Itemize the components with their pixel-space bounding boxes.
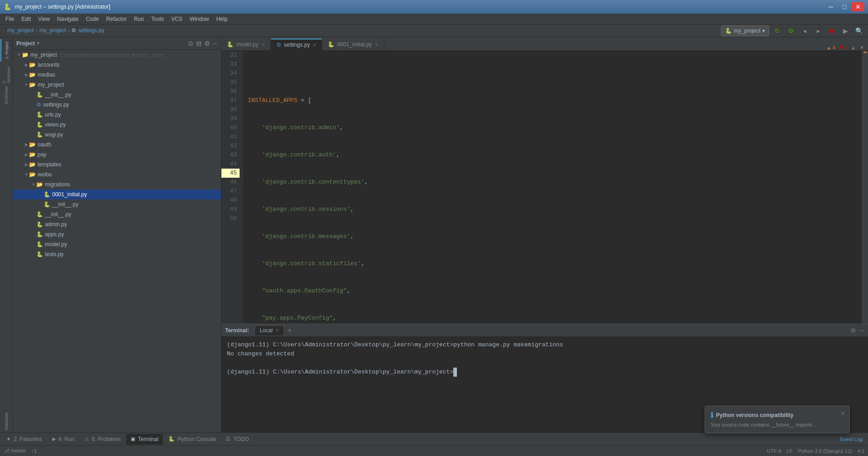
run-button[interactable]: ▶ — [840, 25, 851, 36]
tab-close-model[interactable]: ✕ — [261, 42, 265, 47]
tree-item-oauth[interactable]: ▶ 📂 oauth — [13, 140, 221, 150]
build-button[interactable]: ⚙ — [785, 25, 796, 36]
breadcrumb-dir[interactable]: my_project — [39, 27, 66, 34]
notification-icon: ℹ — [711, 411, 713, 419]
terminal-hide-icon[interactable]: ─ — [860, 327, 864, 334]
code-line-41: "pay.apps.PayConfig", — [248, 314, 862, 323]
breadcrumb-project[interactable]: my_project — [7, 27, 34, 34]
event-log-link[interactable]: Event Log — [840, 437, 863, 442]
tree-item-accounts[interactable]: ▶ 📂 accounts — [13, 60, 221, 70]
collapse-all-icon[interactable]: ⊟ — [196, 40, 201, 47]
terminal-tab-local[interactable]: Local ✕ — [255, 325, 284, 335]
breadcrumb: my_project › my_project › ⚙ settings.py — [4, 24, 721, 37]
tree-item-init2[interactable]: 🐍 __init__.py — [13, 199, 221, 209]
push-icon: ↑1 — [32, 448, 37, 454]
terminal-settings-icon[interactable]: ⚙ — [850, 327, 856, 334]
git-branch: ⎇ master — [4, 448, 26, 454]
sidebar-item-project[interactable]: 1: Project — [0, 39, 12, 62]
sidebar-item-database[interactable]: Database — [0, 410, 12, 432]
code-editor[interactable]: 32 33 34 35 36 37 38 39 40 41 42 43 44 4… — [221, 51, 868, 324]
encoding[interactable]: UTF-8 — [767, 448, 781, 454]
menu-window[interactable]: Window — [186, 15, 213, 23]
bottom-tab-favorites[interactable]: ★ 2: Favorites — [2, 434, 47, 445]
tree-item-init1[interactable]: 🐍 __init__.py — [13, 90, 221, 100]
line-ending[interactable]: LF — [787, 448, 793, 454]
side-icons: 1: Project Z: Structure SCMView Database — [0, 37, 13, 432]
scroll-down-icon[interactable]: ▼ — [859, 45, 864, 50]
project-selector[interactable]: 🐍 my_project ▾ — [721, 25, 769, 36]
close-button[interactable]: ✕ — [852, 2, 864, 11]
scope-icon[interactable]: ⊙ — [188, 40, 193, 47]
stop-button[interactable]: ■ — [826, 25, 837, 36]
bottom-tab-terminal[interactable]: ▣ Terminal — [126, 434, 163, 445]
tab-initial[interactable]: 🐍 0001_initial.py ✕ — [322, 39, 384, 50]
tree-item-pay[interactable]: ▶ 📂 pay — [13, 150, 221, 160]
hide-panel-icon[interactable]: ─ — [213, 40, 217, 47]
terminal-tab-close-icon[interactable]: ✕ — [275, 328, 279, 333]
sidebar-item-scmview[interactable]: SCMView — [0, 84, 12, 107]
tree-item-wsgi[interactable]: 🐍 wsgi.py — [13, 130, 221, 140]
tree-item-weibo[interactable]: ▼ 📂 weibo — [13, 170, 221, 179]
terminal-label: Terminal: — [225, 327, 249, 334]
scroll-up-icon[interactable]: ▲ — [851, 45, 856, 50]
tree-item-views[interactable]: 🐍 views.py — [13, 120, 221, 130]
minimize-button[interactable]: ─ — [824, 2, 837, 11]
editor-tabs: 🐍 model.py ✕ ⚙ settings.py ✕ 🐍 0001_init… — [221, 37, 868, 51]
python-version[interactable]: Python 3.6 (Django1.11) — [798, 448, 852, 454]
tree-item-tests[interactable]: 🐍 tests.py — [13, 249, 221, 259]
tree-item-settings[interactable]: ⚙ settings.py — [13, 100, 221, 110]
project-header: Project ▾ ⊙ ⊟ ⚙ ─ — [13, 37, 221, 50]
code-content: INSTALLED_APPS = [ 'django.contrib.admin… — [243, 51, 862, 324]
code-line-34: 'django.contrib.admin', — [248, 123, 862, 132]
tree-item-medias[interactable]: ▶ 📂 medias — [13, 70, 221, 80]
code-line-32 — [248, 69, 862, 78]
search-button[interactable]: 🔍 — [853, 25, 864, 36]
status-bar: ⎇ master ↑1 UTF-8 LF Python 3.6 (Django1… — [0, 445, 868, 456]
error-count: ✖ 1 — [839, 44, 847, 50]
menu-navigate[interactable]: Navigate — [54, 15, 82, 23]
menu-edit[interactable]: Edit — [18, 15, 34, 23]
menu-tools[interactable]: Tools — [147, 15, 167, 23]
tree-item-my-project-dir[interactable]: ▼ 📂 my_project — [13, 80, 221, 90]
menu-refactor[interactable]: Refactor — [103, 15, 130, 23]
bottom-tab-todo[interactable]: ☰ TODO — [221, 434, 253, 445]
tab-close-initial[interactable]: ✕ — [375, 42, 378, 47]
notification-close-button[interactable]: ✕ — [840, 410, 846, 417]
forward-button[interactable]: ▸ — [813, 25, 824, 36]
maximize-button[interactable]: □ — [838, 2, 851, 11]
tab-model[interactable]: 🐍 model.py ✕ — [221, 39, 271, 50]
tab-close-settings[interactable]: ✕ — [313, 43, 316, 48]
root-label: my_project — [30, 52, 57, 58]
back-button[interactable]: ◂ — [799, 25, 810, 36]
menu-help[interactable]: Help — [213, 15, 231, 23]
cursor-position: 4:1 — [858, 448, 864, 454]
terminal-icon: ▣ — [131, 436, 135, 442]
tree-item-templates[interactable]: ▶ 📂 templates — [13, 160, 221, 170]
main-layout: 1: Project Z: Structure SCMView Database… — [0, 37, 868, 432]
menu-vcs[interactable]: VCS — [167, 15, 186, 23]
menu-view[interactable]: View — [34, 15, 54, 23]
python-console-icon: 🐍 — [168, 436, 175, 442]
tree-item-apps[interactable]: 🐍 apps.py — [13, 229, 221, 239]
tree-item-admin[interactable]: 🐍 admin.py — [13, 219, 221, 229]
menu-run[interactable]: Run — [130, 15, 147, 23]
sidebar-item-structure[interactable]: Z: Structure — [0, 62, 12, 84]
menu-code[interactable]: Code — [82, 15, 103, 23]
bottom-tab-run[interactable]: ▶ 4: Run — [48, 434, 79, 445]
code-line-36: 'django.contrib.contenttypes', — [248, 178, 862, 187]
menu-file[interactable]: File — [2, 15, 18, 23]
settings-icon[interactable]: ⚙ — [204, 40, 210, 47]
tree-item-urls[interactable]: 🐍 urls.py — [13, 110, 221, 120]
tree-item-init3[interactable]: 🐍 __init__.py — [13, 209, 221, 219]
tree-item-model[interactable]: 🐍 model.py — [13, 239, 221, 249]
tree-item-migrations[interactable]: ▼ 📂 migrations — [13, 179, 221, 189]
code-line-37: 'django.contrib.sessions', — [248, 205, 862, 214]
bottom-tab-problems[interactable]: ⚠ 6: Problems — [80, 434, 125, 445]
tree-item-0001-initial[interactable]: 🐍 0001_initial.py — [13, 189, 221, 199]
breadcrumb-file[interactable]: ⚙ settings.py — [71, 27, 104, 34]
bottom-tab-python-console[interactable]: 🐍 Python Console — [164, 434, 221, 445]
tree-root[interactable]: ▼ 📁 my_project C:\Users\Administrator\De… — [13, 50, 221, 60]
terminal-add-tab[interactable]: + — [288, 326, 292, 335]
tab-settings[interactable]: ⚙ settings.py ✕ — [271, 39, 322, 50]
refresh-button[interactable]: ↻ — [772, 25, 783, 36]
